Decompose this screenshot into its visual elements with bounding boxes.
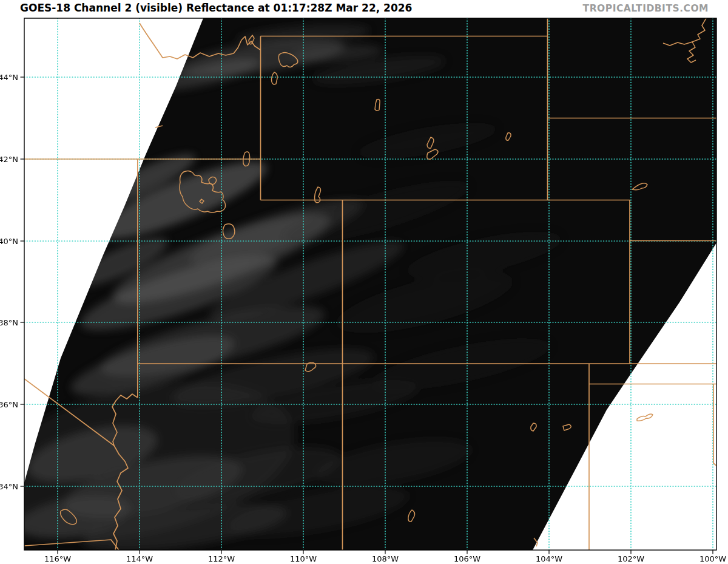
x-tick-label: 114°W bbox=[126, 554, 153, 563]
x-tick-label: 110°W bbox=[290, 554, 317, 563]
x-tick-label: 104°W bbox=[536, 554, 562, 563]
y-tick-label: 44°N bbox=[0, 73, 18, 82]
x-tick-label: 116°W bbox=[44, 554, 71, 563]
x-tick-label: 106°W bbox=[454, 554, 480, 563]
x-tick-label: 102°W bbox=[618, 554, 644, 563]
y-tick-label: 40°N bbox=[0, 237, 18, 246]
map-svg: 116°W114°W112°W110°W108°W106°W104°W102°W… bbox=[0, 0, 728, 564]
y-tick-label: 34°N bbox=[0, 482, 18, 491]
map-layers bbox=[0, 18, 716, 564]
y-tick-label: 42°N bbox=[0, 155, 18, 164]
x-tick-label: 112°W bbox=[208, 554, 235, 563]
x-tick-label: 108°W bbox=[372, 554, 399, 563]
y-tick-label: 38°N bbox=[0, 318, 18, 327]
y-tick-label: 36°N bbox=[0, 400, 18, 409]
satellite-image-page: GOES-18 Channel 2 (visible) Reflectance … bbox=[0, 0, 728, 564]
x-tick-label: 100°W bbox=[699, 554, 726, 563]
